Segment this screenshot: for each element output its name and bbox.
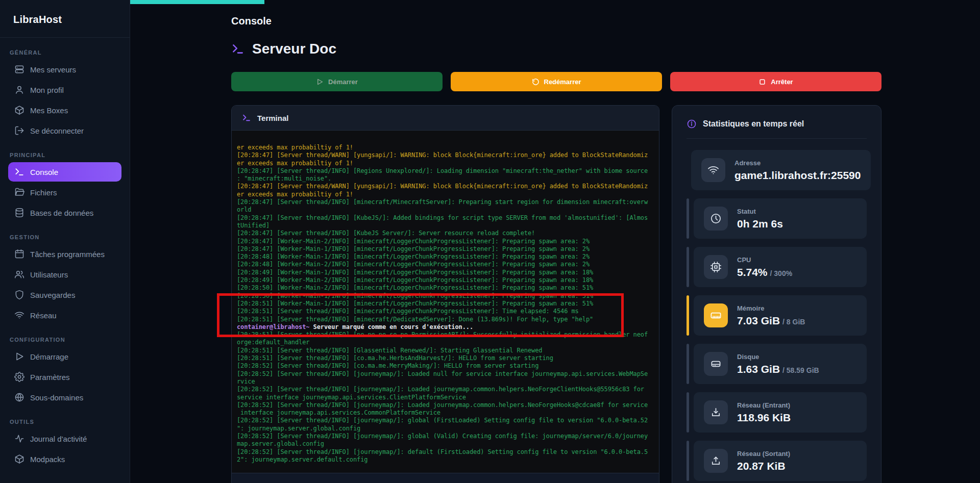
sidebar: LibraHost GÉNÉRALMes serveursMon profilM…: [0, 0, 130, 483]
log-line: [20:28:47] [Worker-Main-2/INFO] [minecra…: [237, 238, 654, 245]
log-line: [20:28:47] [Server thread/INFO] [Regions…: [237, 167, 654, 175]
nav-section-label: PRINCIPAL: [10, 152, 120, 158]
sidebar-item-taches-programmees[interactable]: Tâches programmées: [8, 244, 121, 264]
folder-icon: [14, 187, 24, 197]
terminal-command-input-row[interactable]: [232, 473, 659, 483]
stop-icon: [758, 78, 766, 86]
sidebar-item-journal-d-activite[interactable]: Journal d'activité: [8, 429, 121, 448]
log-line: [20:28:52] [Server thread/INFO] [journey…: [237, 417, 654, 424]
sidebar-item-fichiers[interactable]: Fichiers: [8, 183, 121, 202]
log-line: [20:28:48] [Worker-Main-2/INFO] [minecra…: [237, 261, 654, 268]
stat-suffix: / 58.59 GiB: [782, 366, 819, 374]
sidebar-item-mes-boxes[interactable]: Mes Boxes: [8, 100, 121, 120]
sidebar-item-mon-profil[interactable]: Mon profil: [8, 80, 121, 99]
sidebar-item-label: Sous-domaines: [30, 393, 83, 402]
stat-icon-box: [704, 449, 728, 473]
globe-icon: [14, 392, 24, 402]
terminal-panel: Terminal er exceeds max probabiltiy of 1…: [231, 105, 659, 483]
stop-button[interactable]: Arrêter: [670, 72, 881, 91]
log-line: [20:28:52] [Server thread/INFO] [journey…: [237, 448, 654, 456]
stat-accent-bar: [687, 198, 689, 239]
stat-icon-box: [704, 207, 728, 231]
log-line: [20:28:48] [Worker-Main-1/INFO] [minecra…: [237, 253, 654, 261]
stats-header: Statistiques en temps réel: [687, 119, 867, 139]
sidebar-item-demarrage[interactable]: Démarrage: [8, 347, 121, 366]
stat-accent-bar: [687, 344, 689, 384]
clock-icon: [710, 213, 722, 224]
sidebar-item-modpacks[interactable]: Modpacks: [8, 449, 121, 469]
log-line: [20:28:52] [Server thread/INFO] [journey…: [237, 401, 654, 409]
sidebar-item-sous-domaines[interactable]: Sous-domaines: [8, 388, 121, 407]
upload-icon: [710, 455, 722, 467]
box-icon: [14, 105, 24, 115]
action-buttons-row: Démarrer Redémarrer Arrêter: [231, 72, 881, 91]
sidebar-item-label: Console: [30, 168, 58, 176]
stat-texts: Mémoire7.03 GiB/ 8 GiB: [737, 304, 805, 327]
stat-row-reseau-entrant: Réseau (Entrant)118.96 KiB: [687, 392, 867, 433]
sidebar-item-label: Mon profil: [30, 86, 64, 94]
sidebar-item-label: Modpacks: [30, 455, 65, 464]
log-line: [20:28:51] [Worker-Main-1/INFO] [minecra…: [237, 300, 654, 308]
sidebar-item-reseau[interactable]: Réseau: [8, 306, 121, 325]
stat-label: Mémoire: [737, 304, 805, 312]
stat-texts: Réseau (Entrant)118.96 KiB: [737, 401, 791, 424]
log-line: [20:28:47] [Worker-Main-1/INFO] [minecra…: [237, 245, 654, 253]
stop-button-label: Arrêter: [771, 78, 793, 86]
log-line: [20:28:51] [Server thread/INFO] [minecra…: [237, 316, 654, 323]
restart-button-label: Redémarrer: [544, 78, 581, 86]
shell-message: Serveur marqué comme en cours d'exécutio…: [310, 323, 474, 331]
stat-icon-box: [704, 352, 728, 376]
page-title: Console: [231, 15, 881, 27]
log-line: [20:28:50] [Worker-Main-1/INFO] [minecra…: [237, 292, 654, 300]
stat-card-reseau-sortant: Réseau (Sortant)20.87 KiB: [694, 441, 867, 481]
stat-row-cpu: CPU5.74%/ 300%: [687, 247, 867, 287]
stat-suffix: / 8 GiB: [782, 318, 805, 326]
disk-icon: [710, 358, 722, 370]
log-line: map.server.global.config: [237, 440, 654, 448]
nav-section-label: GESTION: [10, 234, 120, 240]
log-line: container@librahost~ Serveur marqué comm…: [237, 323, 654, 331]
sidebar-item-bases-de-donnees[interactable]: Bases de données: [8, 203, 121, 222]
stat-label: Statut: [737, 208, 783, 215]
stat-row-memoire: Mémoire7.03 GiB/ 8 GiB: [687, 295, 867, 336]
log-line: [20:28:52] [Server thread/INFO] [journey…: [237, 433, 654, 440]
nav-section-gestion: GESTIONTâches programméesUtilisateursSau…: [8, 234, 121, 325]
sidebar-item-label: Sauvegardes: [30, 291, 75, 299]
restart-button[interactable]: Redémarrer: [451, 72, 662, 91]
sidebar-item-se-deconnecter[interactable]: Se déconnecter: [8, 121, 121, 140]
sidebar-item-mes-serveurs[interactable]: Mes serveurs: [8, 60, 121, 79]
stat-card-cpu: CPU5.74%/ 300%: [694, 247, 867, 287]
stat-value: 7.03 GiB: [737, 315, 780, 326]
users-icon: [14, 269, 24, 279]
log-line: [20:28:47] [Server thread/WARN] [yungsap…: [237, 183, 654, 190]
stat-row-adresse: Adressegame1.librahost.fr:25590: [687, 150, 867, 190]
terminal-log[interactable]: er exceeds max probabiltiy of 1![20:28:4…: [232, 131, 659, 473]
sidebar-item-parametres[interactable]: Paramètres: [8, 367, 121, 387]
sidebar-item-console[interactable]: Console: [8, 162, 121, 182]
stat-value: 118.96 KiB: [737, 412, 791, 423]
loading-progress-bar: [130, 0, 264, 4]
start-button-label: Démarrer: [328, 78, 358, 86]
memory-icon: [710, 310, 722, 321]
log-line: [20:28:51] [Server thread/INFO] [co.ma.h…: [237, 354, 654, 362]
log-line: : "minecraft:multi_noise".: [237, 175, 654, 183]
log-line: ": journeymap.server.global.config: [237, 425, 654, 433]
log-line: [20:28:52] [Server thread/INFO] [journey…: [237, 386, 654, 393]
restart-icon: [532, 78, 540, 86]
log-line: orld: [237, 206, 654, 214]
terminal-icon: [242, 113, 251, 122]
gear-icon: [14, 372, 24, 382]
stat-icon-box: [704, 400, 728, 424]
sidebar-item-sauvegardes[interactable]: Sauvegardes: [8, 285, 121, 304]
sidebar-item-utilisateurs[interactable]: Utilisateurs: [8, 265, 121, 284]
stat-accent-bar: [687, 392, 689, 433]
log-line: [20:28:51] [Server thread/INFO] [Glassen…: [237, 347, 654, 354]
stat-card-statut: Statut0h 2m 6s: [694, 198, 867, 239]
stat-label: Réseau (Entrant): [737, 401, 791, 409]
nav-section-label: CONFIGURATION: [10, 337, 120, 343]
stats-card-list: Adressegame1.librahost.fr:25590Statut0h …: [687, 150, 867, 481]
logout-icon: [14, 125, 24, 136]
start-button[interactable]: Démarrer: [231, 72, 443, 91]
log-line: er exceeds max probabiltiy of 1!: [237, 160, 654, 167]
server-title-row: Serveur Doc: [231, 41, 881, 57]
